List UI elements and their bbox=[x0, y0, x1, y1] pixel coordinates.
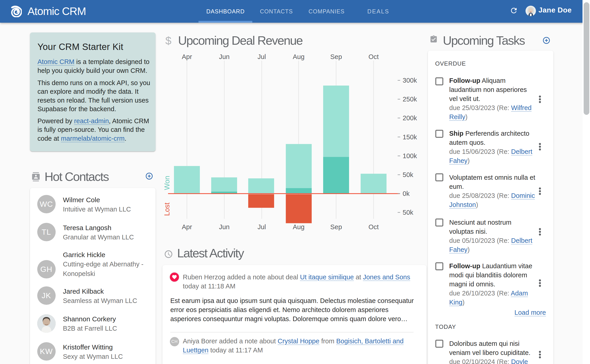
svg-text:100k: 100k bbox=[403, 152, 417, 160]
svg-text:Lost: Lost bbox=[163, 202, 171, 216]
svg-text:Aug: Aug bbox=[293, 223, 305, 231]
svg-text:Sep: Sep bbox=[330, 53, 342, 60]
svg-text:250k: 250k bbox=[403, 96, 417, 103]
svg-text:0k: 0k bbox=[403, 190, 410, 197]
svg-text:50k: 50k bbox=[403, 209, 413, 216]
svg-text:Won: Won bbox=[163, 176, 171, 190]
svg-text:Oct: Oct bbox=[368, 223, 378, 231]
svg-text:Jul: Jul bbox=[258, 223, 266, 231]
svg-text:Jun: Jun bbox=[219, 53, 230, 60]
svg-text:150k: 150k bbox=[403, 133, 417, 141]
svg-text:Oct: Oct bbox=[368, 53, 378, 60]
svg-text:Jun: Jun bbox=[219, 223, 230, 231]
svg-text:200k: 200k bbox=[403, 114, 417, 122]
svg-text:50k: 50k bbox=[403, 171, 413, 178]
svg-text:Apr: Apr bbox=[182, 223, 192, 231]
svg-text:300k: 300k bbox=[403, 77, 417, 84]
svg-text:Jul: Jul bbox=[258, 53, 266, 60]
svg-text:Sep: Sep bbox=[330, 223, 342, 231]
svg-text:Apr: Apr bbox=[182, 53, 192, 60]
svg-text:Aug: Aug bbox=[293, 53, 305, 60]
